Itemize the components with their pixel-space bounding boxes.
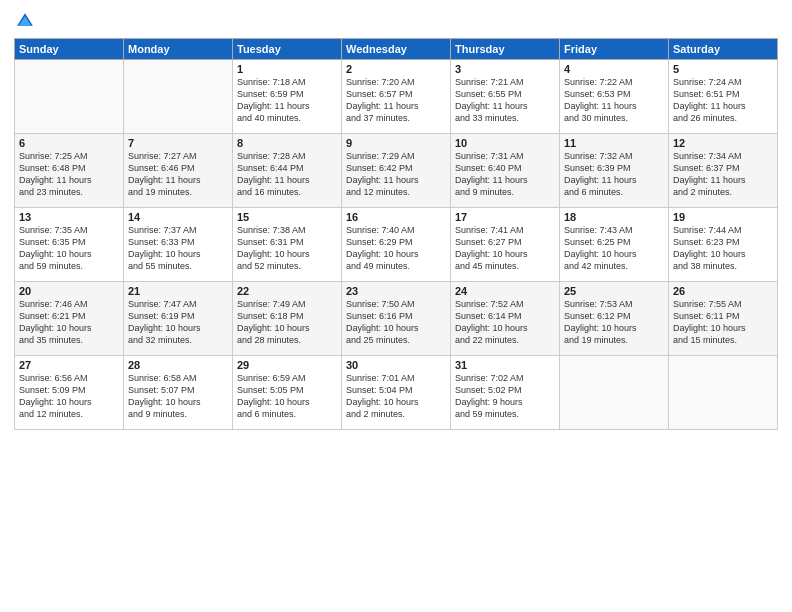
- cell-content: Sunrise: 7:29 AM Sunset: 6:42 PM Dayligh…: [346, 150, 446, 199]
- cell-content: Sunrise: 7:41 AM Sunset: 6:27 PM Dayligh…: [455, 224, 555, 273]
- cell-content: Sunrise: 7:46 AM Sunset: 6:21 PM Dayligh…: [19, 298, 119, 347]
- calendar-cell: 9Sunrise: 7:29 AM Sunset: 6:42 PM Daylig…: [342, 134, 451, 208]
- logo: [14, 10, 40, 32]
- calendar-cell: 3Sunrise: 7:21 AM Sunset: 6:55 PM Daylig…: [451, 60, 560, 134]
- cell-content: Sunrise: 7:49 AM Sunset: 6:18 PM Dayligh…: [237, 298, 337, 347]
- day-number: 20: [19, 285, 119, 297]
- calendar-cell: 2Sunrise: 7:20 AM Sunset: 6:57 PM Daylig…: [342, 60, 451, 134]
- calendar-cell: 11Sunrise: 7:32 AM Sunset: 6:39 PM Dayli…: [560, 134, 669, 208]
- weekday-header-sunday: Sunday: [15, 39, 124, 60]
- cell-content: Sunrise: 7:21 AM Sunset: 6:55 PM Dayligh…: [455, 76, 555, 125]
- cell-content: Sunrise: 7:34 AM Sunset: 6:37 PM Dayligh…: [673, 150, 773, 199]
- calendar-cell: 4Sunrise: 7:22 AM Sunset: 6:53 PM Daylig…: [560, 60, 669, 134]
- day-number: 2: [346, 63, 446, 75]
- calendar-cell: 14Sunrise: 7:37 AM Sunset: 6:33 PM Dayli…: [124, 208, 233, 282]
- cell-content: Sunrise: 7:38 AM Sunset: 6:31 PM Dayligh…: [237, 224, 337, 273]
- cell-content: Sunrise: 6:56 AM Sunset: 5:09 PM Dayligh…: [19, 372, 119, 421]
- cell-content: Sunrise: 7:27 AM Sunset: 6:46 PM Dayligh…: [128, 150, 228, 199]
- day-number: 6: [19, 137, 119, 149]
- calendar-cell: 12Sunrise: 7:34 AM Sunset: 6:37 PM Dayli…: [669, 134, 778, 208]
- calendar-cell: 8Sunrise: 7:28 AM Sunset: 6:44 PM Daylig…: [233, 134, 342, 208]
- day-number: 8: [237, 137, 337, 149]
- day-number: 21: [128, 285, 228, 297]
- calendar-cell: 28Sunrise: 6:58 AM Sunset: 5:07 PM Dayli…: [124, 356, 233, 430]
- calendar-container: SundayMondayTuesdayWednesdayThursdayFrid…: [0, 0, 792, 612]
- week-row-2: 6Sunrise: 7:25 AM Sunset: 6:48 PM Daylig…: [15, 134, 778, 208]
- cell-content: Sunrise: 7:18 AM Sunset: 6:59 PM Dayligh…: [237, 76, 337, 125]
- calendar-cell: 16Sunrise: 7:40 AM Sunset: 6:29 PM Dayli…: [342, 208, 451, 282]
- cell-content: Sunrise: 7:47 AM Sunset: 6:19 PM Dayligh…: [128, 298, 228, 347]
- cell-content: Sunrise: 6:59 AM Sunset: 5:05 PM Dayligh…: [237, 372, 337, 421]
- cell-content: Sunrise: 7:40 AM Sunset: 6:29 PM Dayligh…: [346, 224, 446, 273]
- calendar-cell: 25Sunrise: 7:53 AM Sunset: 6:12 PM Dayli…: [560, 282, 669, 356]
- cell-content: Sunrise: 7:43 AM Sunset: 6:25 PM Dayligh…: [564, 224, 664, 273]
- weekday-header-friday: Friday: [560, 39, 669, 60]
- day-number: 22: [237, 285, 337, 297]
- header: [14, 10, 778, 32]
- week-row-4: 20Sunrise: 7:46 AM Sunset: 6:21 PM Dayli…: [15, 282, 778, 356]
- week-row-1: 1Sunrise: 7:18 AM Sunset: 6:59 PM Daylig…: [15, 60, 778, 134]
- calendar-cell: 1Sunrise: 7:18 AM Sunset: 6:59 PM Daylig…: [233, 60, 342, 134]
- day-number: 3: [455, 63, 555, 75]
- cell-content: Sunrise: 7:44 AM Sunset: 6:23 PM Dayligh…: [673, 224, 773, 273]
- cell-content: Sunrise: 7:24 AM Sunset: 6:51 PM Dayligh…: [673, 76, 773, 125]
- calendar-cell: 29Sunrise: 6:59 AM Sunset: 5:05 PM Dayli…: [233, 356, 342, 430]
- cell-content: Sunrise: 7:22 AM Sunset: 6:53 PM Dayligh…: [564, 76, 664, 125]
- cell-content: Sunrise: 7:32 AM Sunset: 6:39 PM Dayligh…: [564, 150, 664, 199]
- calendar-cell: [560, 356, 669, 430]
- weekday-header-saturday: Saturday: [669, 39, 778, 60]
- calendar-cell: 15Sunrise: 7:38 AM Sunset: 6:31 PM Dayli…: [233, 208, 342, 282]
- calendar-cell: 26Sunrise: 7:55 AM Sunset: 6:11 PM Dayli…: [669, 282, 778, 356]
- day-number: 13: [19, 211, 119, 223]
- day-number: 31: [455, 359, 555, 371]
- day-number: 7: [128, 137, 228, 149]
- calendar-cell: 23Sunrise: 7:50 AM Sunset: 6:16 PM Dayli…: [342, 282, 451, 356]
- day-number: 25: [564, 285, 664, 297]
- day-number: 11: [564, 137, 664, 149]
- cell-content: Sunrise: 7:01 AM Sunset: 5:04 PM Dayligh…: [346, 372, 446, 421]
- day-number: 19: [673, 211, 773, 223]
- day-number: 28: [128, 359, 228, 371]
- day-number: 1: [237, 63, 337, 75]
- logo-icon: [14, 10, 36, 32]
- weekday-header-row: SundayMondayTuesdayWednesdayThursdayFrid…: [15, 39, 778, 60]
- calendar-cell: [669, 356, 778, 430]
- day-number: 29: [237, 359, 337, 371]
- calendar-cell: 24Sunrise: 7:52 AM Sunset: 6:14 PM Dayli…: [451, 282, 560, 356]
- calendar-cell: 17Sunrise: 7:41 AM Sunset: 6:27 PM Dayli…: [451, 208, 560, 282]
- calendar-table: SundayMondayTuesdayWednesdayThursdayFrid…: [14, 38, 778, 430]
- calendar-cell: 31Sunrise: 7:02 AM Sunset: 5:02 PM Dayli…: [451, 356, 560, 430]
- week-row-5: 27Sunrise: 6:56 AM Sunset: 5:09 PM Dayli…: [15, 356, 778, 430]
- weekday-header-thursday: Thursday: [451, 39, 560, 60]
- weekday-header-tuesday: Tuesday: [233, 39, 342, 60]
- cell-content: Sunrise: 7:25 AM Sunset: 6:48 PM Dayligh…: [19, 150, 119, 199]
- cell-content: Sunrise: 7:53 AM Sunset: 6:12 PM Dayligh…: [564, 298, 664, 347]
- day-number: 30: [346, 359, 446, 371]
- cell-content: Sunrise: 7:20 AM Sunset: 6:57 PM Dayligh…: [346, 76, 446, 125]
- day-number: 12: [673, 137, 773, 149]
- calendar-cell: 6Sunrise: 7:25 AM Sunset: 6:48 PM Daylig…: [15, 134, 124, 208]
- calendar-cell: 19Sunrise: 7:44 AM Sunset: 6:23 PM Dayli…: [669, 208, 778, 282]
- calendar-cell: [15, 60, 124, 134]
- cell-content: Sunrise: 7:37 AM Sunset: 6:33 PM Dayligh…: [128, 224, 228, 273]
- cell-content: Sunrise: 7:50 AM Sunset: 6:16 PM Dayligh…: [346, 298, 446, 347]
- cell-content: Sunrise: 7:52 AM Sunset: 6:14 PM Dayligh…: [455, 298, 555, 347]
- day-number: 5: [673, 63, 773, 75]
- calendar-cell: 10Sunrise: 7:31 AM Sunset: 6:40 PM Dayli…: [451, 134, 560, 208]
- cell-content: Sunrise: 7:35 AM Sunset: 6:35 PM Dayligh…: [19, 224, 119, 273]
- day-number: 15: [237, 211, 337, 223]
- cell-content: Sunrise: 7:31 AM Sunset: 6:40 PM Dayligh…: [455, 150, 555, 199]
- day-number: 27: [19, 359, 119, 371]
- weekday-header-monday: Monday: [124, 39, 233, 60]
- calendar-cell: 18Sunrise: 7:43 AM Sunset: 6:25 PM Dayli…: [560, 208, 669, 282]
- cell-content: Sunrise: 7:55 AM Sunset: 6:11 PM Dayligh…: [673, 298, 773, 347]
- calendar-cell: 21Sunrise: 7:47 AM Sunset: 6:19 PM Dayli…: [124, 282, 233, 356]
- calendar-cell: 27Sunrise: 6:56 AM Sunset: 5:09 PM Dayli…: [15, 356, 124, 430]
- day-number: 26: [673, 285, 773, 297]
- weekday-header-wednesday: Wednesday: [342, 39, 451, 60]
- calendar-cell: 30Sunrise: 7:01 AM Sunset: 5:04 PM Dayli…: [342, 356, 451, 430]
- calendar-cell: 13Sunrise: 7:35 AM Sunset: 6:35 PM Dayli…: [15, 208, 124, 282]
- day-number: 16: [346, 211, 446, 223]
- day-number: 14: [128, 211, 228, 223]
- day-number: 4: [564, 63, 664, 75]
